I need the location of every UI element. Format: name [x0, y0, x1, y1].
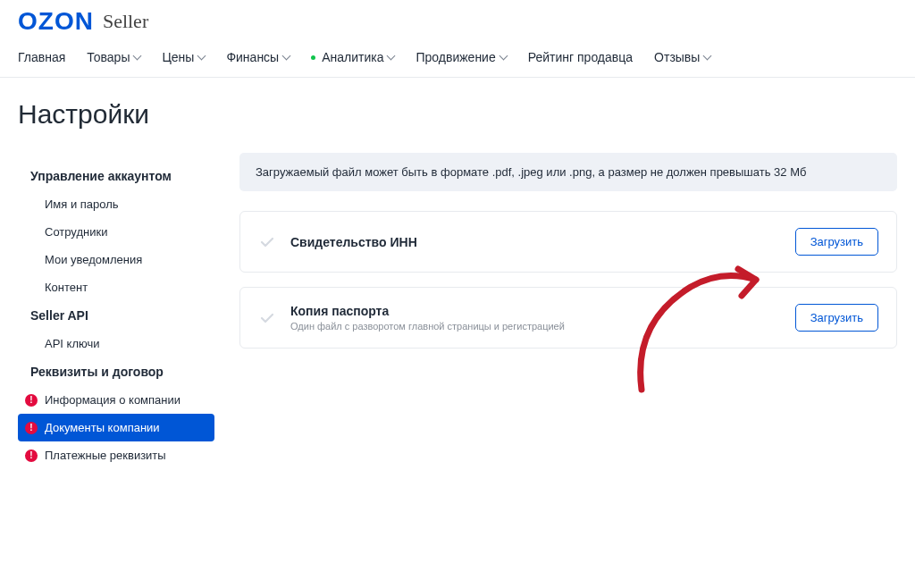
sidebar-item-label: Мои уведомления: [45, 253, 142, 266]
nav-item-2[interactable]: Цены: [162, 50, 205, 64]
header-logo: OZON Seller: [0, 0, 915, 39]
nav-item-0[interactable]: Главная: [18, 50, 65, 64]
alert-icon: !: [25, 422, 38, 434]
chevron-down-icon: [387, 52, 396, 61]
document-title: Копия паспорта: [290, 304, 781, 318]
alert-icon: !: [25, 449, 38, 462]
sidebar-section-title: Seller API: [18, 301, 214, 330]
chevron-down-icon: [197, 52, 206, 61]
document-subtitle: Один файл с разворотом главной страницы …: [290, 321, 781, 332]
page-title: Настройки: [0, 78, 915, 153]
chevron-down-icon: [133, 52, 142, 61]
sidebar-section-title: Реквизиты и договор: [18, 357, 214, 386]
nav-item-7[interactable]: Отзывы: [654, 50, 710, 64]
content-row: Управление аккаунтомИмя и парольСотрудни…: [0, 153, 915, 505]
check-icon: [258, 309, 276, 327]
nav-item-label: Главная: [18, 50, 65, 64]
nav-item-3[interactable]: Финансы: [226, 50, 290, 64]
nav-item-label: Продвижение: [416, 50, 495, 64]
upload-button[interactable]: Загрузить: [795, 304, 878, 332]
sidebar-item-label: Информация о компании: [45, 393, 180, 407]
nav-item-label: Рейтинг продавца: [528, 50, 633, 64]
settings-sidebar: Управление аккаунтомИмя и парольСотрудни…: [18, 153, 214, 469]
nav-item-label: Цены: [162, 50, 194, 64]
sidebar-item-label: Контент: [45, 281, 88, 294]
nav-item-5[interactable]: Продвижение: [416, 50, 506, 64]
sidebar-item[interactable]: API ключи: [18, 330, 214, 357]
nav-item-6[interactable]: Рейтинг продавца: [528, 50, 633, 64]
sidebar-item[interactable]: Сотрудники: [18, 218, 214, 246]
document-card: Копия паспортаОдин файл с разворотом гла…: [239, 287, 897, 349]
chevron-down-icon: [499, 52, 508, 61]
nav-item-4[interactable]: Аналитика: [311, 50, 394, 64]
main-panel: Загружаемый файл может быть в формате .p…: [239, 153, 897, 469]
logo-seller: Seller: [103, 10, 148, 33]
sidebar-item[interactable]: Контент: [18, 273, 214, 301]
nav-item-label: Аналитика: [322, 50, 383, 64]
upload-button[interactable]: Загрузить: [795, 228, 878, 256]
document-text: Копия паспортаОдин файл с разворотом гла…: [290, 304, 781, 332]
chevron-down-icon: [282, 52, 291, 61]
sidebar-item[interactable]: Мои уведомления: [18, 246, 214, 273]
documents-list: Свидетельство ИННЗагрузитьКопия паспорта…: [239, 211, 897, 349]
top-nav: ГлавнаяТоварыЦеныФинансыАналитикаПродвиж…: [0, 39, 915, 78]
sidebar-item[interactable]: Имя и пароль: [18, 190, 214, 218]
sidebar-section-title: Управление аккаунтом: [18, 162, 214, 190]
nav-item-label: Товары: [87, 50, 130, 64]
document-title: Свидетельство ИНН: [290, 235, 781, 249]
sidebar-item-label: Сотрудники: [45, 225, 107, 239]
nav-item-1[interactable]: Товары: [87, 50, 140, 64]
sidebar-item[interactable]: !Документы компании: [18, 414, 214, 441]
sidebar-item[interactable]: !Платежные реквизиты: [18, 441, 214, 469]
document-text: Свидетельство ИНН: [290, 235, 781, 249]
sidebar-item-label: Имя и пароль: [45, 197, 119, 211]
alert-icon: !: [25, 394, 38, 407]
logo-ozon: OZON: [18, 7, 94, 36]
sidebar-item-label: Документы компании: [45, 421, 160, 434]
nav-item-label: Отзывы: [654, 50, 700, 64]
notification-dot-icon: [311, 55, 315, 60]
sidebar-item-label: API ключи: [45, 337, 99, 350]
sidebar-item[interactable]: !Информация о компании: [18, 386, 214, 414]
sidebar-item-label: Платежные реквизиты: [45, 449, 166, 462]
check-icon: [258, 233, 276, 251]
document-card: Свидетельство ИННЗагрузить: [239, 211, 897, 273]
upload-info-banner: Загружаемый файл может быть в формате .p…: [239, 153, 897, 191]
chevron-down-icon: [703, 52, 712, 61]
nav-item-label: Финансы: [226, 50, 279, 64]
